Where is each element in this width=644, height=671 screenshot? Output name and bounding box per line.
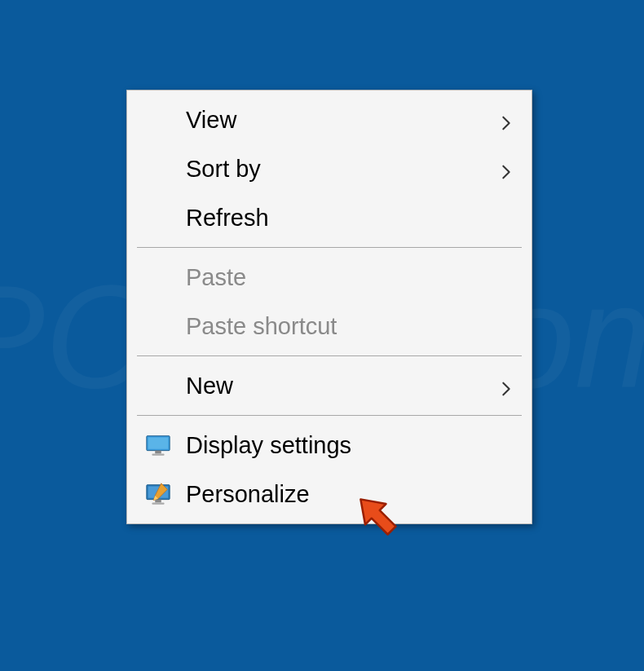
menu-item-personalize[interactable]: Personalize: [129, 470, 530, 519]
chevron-right-icon: [497, 111, 515, 129]
svg-rect-3: [152, 453, 164, 455]
menu-item-label: New: [186, 373, 497, 400]
menu-item-label: View: [186, 107, 497, 134]
svg-rect-6: [155, 500, 161, 503]
chevron-right-icon: [497, 160, 515, 178]
monitor-icon: [143, 430, 173, 460]
menu-item-display-settings[interactable]: Display settings: [129, 421, 530, 470]
svg-rect-2: [155, 451, 161, 454]
menu-separator: [137, 415, 522, 416]
menu-item-sort-by[interactable]: Sort by: [129, 144, 530, 193]
chevron-right-icon: [497, 377, 515, 395]
menu-separator: [137, 247, 522, 248]
menu-item-view[interactable]: View: [129, 95, 530, 144]
svg-rect-7: [152, 502, 164, 504]
menu-item-label: Refresh: [186, 205, 515, 232]
desktop-context-menu: View Sort by Refresh Paste Paste shortcu…: [126, 90, 532, 524]
menu-item-label: Paste: [186, 264, 515, 291]
menu-item-label: Personalize: [186, 481, 515, 508]
menu-item-new[interactable]: New: [129, 361, 530, 410]
menu-item-label: Sort by: [186, 156, 497, 183]
menu-separator: [137, 355, 522, 356]
personalize-icon: [143, 479, 173, 509]
svg-rect-1: [148, 438, 169, 449]
menu-item-label: Display settings: [186, 432, 515, 459]
menu-item-label: Paste shortcut: [186, 313, 515, 340]
menu-item-paste: Paste: [129, 253, 530, 302]
menu-item-paste-shortcut: Paste shortcut: [129, 302, 530, 351]
menu-item-refresh[interactable]: Refresh: [129, 193, 530, 242]
